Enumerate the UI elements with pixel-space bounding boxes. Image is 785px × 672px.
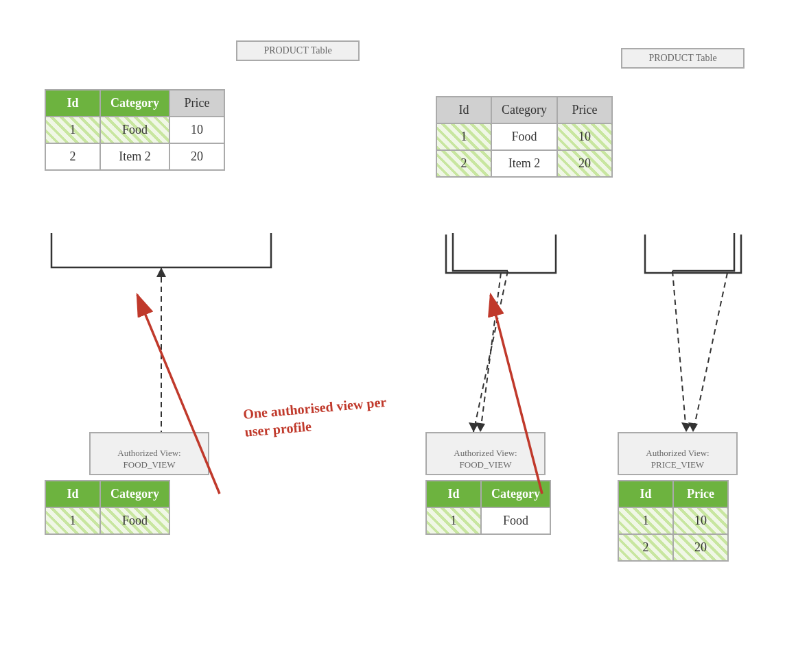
left-fv-row1-category: Food bbox=[100, 507, 169, 534]
right-header-id: Id bbox=[436, 97, 491, 123]
right-pv-row2-price: 20 bbox=[673, 534, 728, 561]
left-fv-header-id: Id bbox=[45, 481, 100, 507]
left-product-table: Id Category Price 1 Food 10 2 Item 2 20 bbox=[45, 89, 225, 171]
right-food-view-table: Id Category 1 Food bbox=[425, 480, 551, 535]
right-row1-price: 10 bbox=[557, 123, 612, 150]
diagram-container: PRODUCT Table Id Category Price 1 Food 1… bbox=[0, 0, 785, 672]
left-row2-id: 2 bbox=[45, 143, 100, 170]
right-product-table: Id Category Price 1 Food 10 2 Item 2 20 bbox=[436, 96, 613, 178]
right-fv-header-id: Id bbox=[426, 481, 481, 507]
left-header-id: Id bbox=[45, 90, 100, 117]
right-header-category: Category bbox=[491, 97, 557, 123]
left-authorized-view-label: Authorized View: FOOD_VIEW bbox=[89, 432, 209, 475]
right-price-view-label: Authorized View: PRICE_VIEW bbox=[618, 432, 738, 475]
right-pv-row2-id: 2 bbox=[618, 534, 673, 561]
annotation-text: One authorised view per user profile bbox=[242, 390, 417, 441]
left-row1-category: Food bbox=[100, 117, 169, 143]
svg-marker-3 bbox=[469, 422, 478, 432]
right-pv-header-price: Price bbox=[673, 481, 728, 507]
left-fv-row1-id: 1 bbox=[45, 507, 100, 534]
right-row1-category: Food bbox=[491, 123, 557, 150]
svg-marker-10 bbox=[476, 422, 485, 432]
right-pv-header-id: Id bbox=[618, 481, 673, 507]
right-header-price: Price bbox=[557, 97, 612, 123]
svg-line-4 bbox=[672, 271, 686, 432]
left-row1-id: 1 bbox=[45, 117, 100, 143]
right-pv-row1-id: 1 bbox=[618, 507, 673, 534]
left-fv-header-category: Category bbox=[100, 481, 169, 507]
svg-marker-6 bbox=[156, 267, 166, 277]
svg-line-2 bbox=[473, 271, 508, 432]
svg-line-9 bbox=[480, 273, 501, 432]
left-header-category: Category bbox=[100, 90, 169, 117]
right-food-view-label: Authorized View: FOOD_VIEW bbox=[425, 432, 546, 475]
right-pv-row1-price: 10 bbox=[673, 507, 728, 534]
right-row1-id: 1 bbox=[436, 123, 491, 150]
right-row2-id: 2 bbox=[436, 150, 491, 177]
left-row2-category: Item 2 bbox=[100, 143, 169, 170]
svg-marker-12 bbox=[688, 422, 698, 432]
left-food-view-table: Id Category 1 Food bbox=[45, 480, 170, 535]
left-row2-price: 20 bbox=[169, 143, 224, 170]
right-fv-row1-id: 1 bbox=[426, 507, 481, 534]
right-row2-category: Item 2 bbox=[491, 150, 557, 177]
right-price-view-table: Id Price 1 10 2 20 bbox=[618, 480, 729, 562]
right-fv-row1-category: Food bbox=[481, 507, 550, 534]
svg-line-11 bbox=[693, 273, 727, 432]
left-row1-price: 10 bbox=[169, 117, 224, 143]
left-product-table-label: PRODUCT Table bbox=[236, 40, 360, 61]
svg-marker-5 bbox=[681, 422, 691, 432]
left-header-price: Price bbox=[169, 90, 224, 117]
right-fv-header-category: Category bbox=[481, 481, 550, 507]
right-row2-price: 20 bbox=[557, 150, 612, 177]
right-product-table-label: PRODUCT Table bbox=[621, 48, 745, 69]
